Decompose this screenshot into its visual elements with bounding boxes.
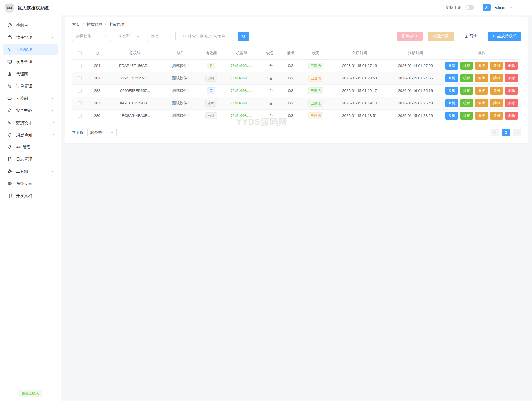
row-checkbox[interactable]: [78, 114, 82, 118]
validity-badge: 分钟: [205, 112, 217, 119]
select-all-checkbox[interactable]: [78, 51, 82, 55]
row-action-danger-button[interactable]: 删除: [505, 112, 518, 120]
order-icon: [7, 84, 12, 89]
status-badge: 已过期: [308, 75, 323, 82]
software-select-placeholder: 选择软件: [76, 34, 91, 39]
row-action-warning-button[interactable]: 解绑: [475, 99, 488, 107]
row-action-primary-button[interactable]: 复制: [445, 112, 458, 120]
main-area: 切换主题 admin 首页/授权管理/卡密管理 选择软件: [61, 0, 532, 143]
sidebar-item-9[interactable]: 数据统计: [3, 117, 58, 128]
status-badge: 已激活: [308, 87, 323, 94]
sidebar-item-2[interactable]: 软件管理: [3, 32, 58, 43]
row-checkbox[interactable]: [78, 76, 82, 80]
cell-id: 281: [87, 97, 107, 109]
cell-actions: 复制续费解绑禁用删除: [442, 59, 521, 72]
cell-software: 测试软件1: [163, 84, 199, 97]
cell-software: 测试软件1: [163, 97, 199, 109]
table-row: 284EDAB45E156AD...测试软件1月75d1e008...1台0/3…: [72, 59, 521, 72]
cell-software: 测试软件1: [163, 59, 199, 72]
breadcrumb-item[interactable]: 首页: [72, 22, 80, 27]
cell-machine-code[interactable]: 75d1e008...: [231, 89, 253, 93]
row-action-warning-button[interactable]: 禁用: [490, 112, 503, 120]
row-checkbox[interactable]: [78, 89, 82, 93]
sidebar-item-13[interactable]: 工具箱: [3, 165, 58, 177]
row-action-danger-button[interactable]: 删除: [505, 62, 518, 70]
chevron-down-icon[interactable]: [509, 6, 513, 9]
row-action-primary-button[interactable]: 复制: [445, 87, 458, 95]
sidebar-item-label: 开发文档: [16, 193, 55, 198]
breadcrumb-item[interactable]: 授权管理: [86, 22, 102, 27]
sidebar-item-7[interactable]: 云控制: [3, 92, 58, 104]
cell-machine-code[interactable]: 75d1e008...: [231, 114, 253, 118]
batch-disable-button[interactable]: 批量禁用: [428, 32, 454, 41]
row-action-primary-button[interactable]: 复制: [445, 62, 458, 70]
sidebar-item-10[interactable]: 消息通知: [3, 129, 58, 141]
card-type-select[interactable]: 卡类型: [115, 32, 143, 41]
row-checkbox[interactable]: [78, 101, 82, 105]
theme-toggle-switch[interactable]: [465, 5, 474, 10]
sidebar-item-6[interactable]: 订单管理: [3, 80, 58, 92]
prev-page-button[interactable]: <: [491, 129, 499, 136]
sidebar-item-11[interactable]: API管理: [3, 141, 58, 153]
sidebar-item-4[interactable]: 设备管理: [3, 56, 58, 68]
row-action-warning-button[interactable]: 解绑: [475, 87, 488, 95]
row-action-warning-button[interactable]: 禁用: [490, 74, 503, 82]
license-table: ID授权码软件有效期机器码设备换绑状态创建时间到期时间操作 284EDAB45E…: [72, 47, 521, 122]
row-action-warning-button[interactable]: 禁用: [490, 62, 503, 70]
row-action-success-button[interactable]: 续费: [460, 74, 473, 82]
row-action-success-button[interactable]: 续费: [460, 87, 473, 95]
row-checkbox[interactable]: [78, 64, 82, 68]
row-action-warning-button[interactable]: 禁用: [490, 87, 503, 95]
search-button[interactable]: [238, 32, 249, 41]
software-select[interactable]: 选择软件: [72, 32, 111, 41]
generate-code-button[interactable]: + 生成授权码: [488, 32, 521, 41]
username[interactable]: admin: [495, 5, 505, 10]
column-header: 机器码: [224, 47, 260, 59]
chevron-down-icon: [51, 97, 55, 100]
sidebar-item-8[interactable]: 安全中心: [3, 105, 58, 116]
row-action-danger-button[interactable]: 删除: [505, 99, 518, 107]
sidebar-item-5[interactable]: 代理商: [3, 68, 58, 80]
row-action-warning-button[interactable]: 禁用: [490, 99, 503, 107]
sidebar-item-1[interactable]: 控制台: [3, 19, 58, 31]
cell-created-time: 2026-01-15 01:19:17: [331, 84, 388, 97]
status-select[interactable]: 状态: [147, 32, 176, 41]
search-input[interactable]: [188, 34, 231, 38]
sidebar: 鼠大侠授权系统 控制台软件管理卡密管理设备管理代理商订单管理云控制安全中心数据统…: [0, 0, 61, 401]
cell-machine-code[interactable]: 75d1e008...: [231, 101, 253, 105]
cell-id: 283: [87, 72, 107, 84]
row-action-warning-button[interactable]: 解绑: [475, 74, 488, 82]
cell-machine-code[interactable]: 75d1e008...: [231, 76, 253, 80]
settings-icon: [7, 181, 12, 186]
row-action-danger-button[interactable]: 删除: [505, 87, 518, 95]
pagination-total: 共5条: [72, 130, 83, 135]
row-action-success-button[interactable]: 续费: [460, 62, 473, 70]
server-mode-badge: 服务器模式: [19, 390, 42, 397]
row-action-warning-button[interactable]: 解绑: [475, 62, 488, 70]
validity-badge: 小时: [205, 100, 217, 107]
row-action-primary-button[interactable]: 复制: [445, 74, 458, 82]
row-action-danger-button[interactable]: 删除: [505, 74, 518, 82]
page-size-select[interactable]: 20条/页: [87, 128, 117, 137]
chevron-down-icon: [136, 35, 140, 38]
column-header: ID: [87, 47, 107, 59]
page-1-button[interactable]: 1: [502, 129, 510, 136]
cell-machine-code[interactable]: 75d1e008...: [231, 64, 253, 68]
delete-selected-button[interactable]: 删除选中: [397, 32, 423, 41]
cell-actions: 复制续费解绑禁用删除: [442, 72, 521, 84]
export-button[interactable]: 导出: [460, 32, 482, 41]
cloud-icon: [7, 96, 12, 101]
row-action-success-button[interactable]: 续费: [460, 99, 473, 107]
sidebar-item-3[interactable]: 卡密管理: [3, 44, 58, 55]
filter-toolbar: 选择软件 卡类型 状态: [72, 32, 521, 41]
sidebar-item-12[interactable]: 日志管理: [3, 153, 58, 165]
sidebar-item-14[interactable]: 系统设置: [3, 178, 58, 189]
cell-actions: 复制续费解绑禁用删除: [442, 109, 521, 122]
row-action-success-button[interactable]: 续费: [460, 112, 473, 120]
breadcrumb-separator: /: [105, 22, 106, 27]
next-page-button[interactable]: >: [513, 129, 521, 136]
row-action-warning-button[interactable]: 解绑: [475, 112, 488, 120]
sidebar-item-15[interactable]: 开发文档: [3, 190, 58, 201]
row-action-primary-button[interactable]: 复制: [445, 99, 458, 107]
user-avatar[interactable]: [483, 4, 491, 11]
